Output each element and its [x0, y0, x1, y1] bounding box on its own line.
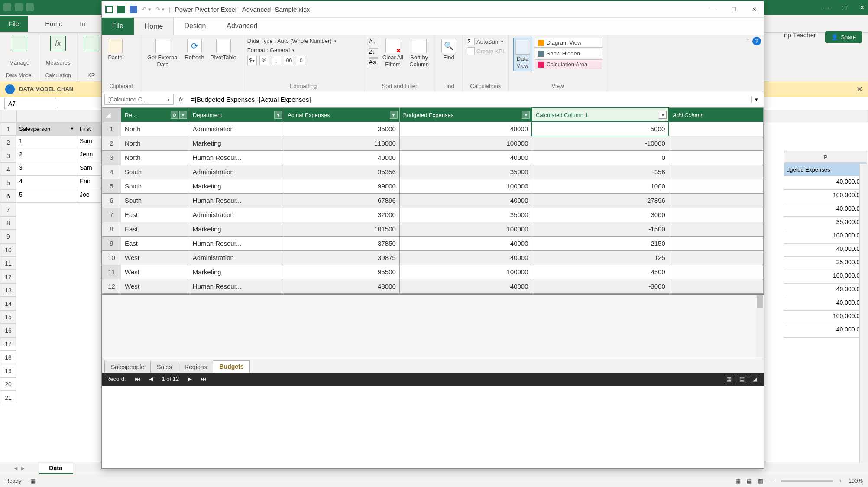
tab-salespeople[interactable]: Salespeople — [104, 361, 151, 373]
collapse-ribbon-icon[interactable]: ˆ — [747, 38, 749, 45]
info-icon: i — [5, 84, 15, 94]
calculation-area-button[interactable]: Calculation Area — [535, 59, 602, 69]
pp-tab-advanced[interactable]: Advanced — [216, 18, 268, 35]
diagram-view-button[interactable]: Diagram View — [535, 38, 602, 48]
col-budgeted[interactable]: Budgeted Expenses▾ — [399, 107, 532, 122]
clear-sort-icon[interactable]: A⌀ — [369, 58, 378, 68]
tab-regions[interactable]: Regions — [178, 361, 213, 373]
pp-ribbon-body: Paste Clipboard Get External Data ⟳Refre… — [102, 35, 764, 92]
table-row[interactable]: 9EastHuman Resour...37850400002150 — [102, 236, 764, 250]
pp-calculation-area — [102, 294, 764, 359]
diagram-small-icon[interactable]: ▤ — [738, 375, 746, 383]
sheet-tab-data[interactable]: Data — [39, 463, 73, 474]
data-view-button[interactable]: Data View — [513, 38, 532, 71]
record-next-icon[interactable]: ▶ — [188, 376, 192, 382]
message-close[interactable]: ✕ — [856, 84, 863, 94]
table-row[interactable]: 6SouthHuman Resour...6789640000-27896 — [102, 193, 764, 208]
paste-button[interactable]: Paste — [106, 38, 124, 62]
table-row[interactable]: 2NorthMarketing110000100000-10000 — [102, 136, 764, 150]
view-page-icon[interactable]: ▤ — [747, 477, 752, 484]
pp-titlebar: ↶ ▾ ↷ ▾ | Power Pivot for Excel - Advanc… — [102, 1, 764, 18]
table-row[interactable]: 7EastAdministration32000350003000 — [102, 208, 764, 222]
pp-calc-vscroll[interactable] — [756, 295, 764, 359]
fx-icon[interactable]: fx — [176, 96, 186, 103]
record-prev-icon[interactable]: ◀ — [149, 376, 153, 382]
name-box[interactable] — [4, 98, 56, 109]
help-icon[interactable]: ? — [752, 37, 761, 45]
create-kpi-button[interactable]: Create KPI — [467, 47, 504, 55]
percent-button[interactable]: % — [259, 56, 269, 65]
view-normal-icon[interactable]: ▦ — [735, 477, 741, 484]
table-row[interactable]: 3NorthHuman Resour...40000400000 — [102, 150, 764, 165]
col-add[interactable]: Add Column — [669, 107, 763, 122]
col-header-p[interactable]: P — [784, 151, 867, 163]
format-dropdown[interactable]: Format : General ▾ — [247, 47, 295, 53]
pp-tab-file[interactable]: File — [102, 18, 134, 35]
pp-maximize-icon[interactable]: ☐ — [731, 6, 736, 13]
paste-replace-icon[interactable] — [127, 58, 136, 68]
minimize-icon[interactable]: — — [823, 4, 829, 11]
clear-filters-button[interactable]: ✖ Clear All Filters — [381, 38, 405, 68]
save-icon[interactable] — [130, 6, 137, 13]
kpi-icon[interactable] — [84, 36, 99, 51]
comma-button[interactable]: , — [272, 56, 281, 65]
sort-desc-icon[interactable]: Z↓ — [369, 48, 378, 58]
col-region[interactable]: Re...⚙▾ — [121, 107, 189, 122]
redo-icon[interactable]: ↷ ▾ — [155, 6, 165, 13]
table-row[interactable]: 11WestMarketing955001000004500 — [102, 265, 764, 279]
paste-append-icon[interactable] — [127, 48, 136, 58]
pp-ribbon-tabs: File Home Design Advanced ˆ ? — [102, 18, 764, 35]
measures-icon[interactable]: fx — [50, 36, 66, 51]
pp-formula-input[interactable] — [188, 94, 749, 105]
formula-expand-icon[interactable]: ▾ — [751, 96, 761, 103]
currency-button[interactable]: $▾ — [247, 56, 257, 65]
col-department[interactable]: Department▾ — [189, 107, 284, 122]
maximize-icon[interactable]: ▢ — [842, 4, 847, 11]
pp-minimize-icon[interactable]: — — [710, 6, 716, 13]
save-icon[interactable] — [3, 3, 11, 11]
share-button[interactable]: 👤Share — [825, 31, 862, 43]
increase-decimal-button[interactable]: .00 — [284, 56, 293, 65]
table-row[interactable]: 1NorthAdministration35000400005000 — [102, 122, 764, 136]
refresh-button[interactable]: ⟳Refresh — [183, 38, 206, 62]
tab-budgets[interactable]: Budgets — [213, 360, 250, 373]
close-icon[interactable]: ✕ — [860, 4, 865, 11]
select-all-corner[interactable]: ◢ — [102, 107, 121, 122]
grid-icon[interactable]: ▦ — [725, 375, 733, 383]
get-external-data-button[interactable]: Get External Data — [146, 38, 180, 68]
resize-grip-icon[interactable]: ◢ — [751, 375, 759, 383]
excel-vscrollbar[interactable] — [859, 164, 868, 463]
tab-home[interactable]: Home — [45, 20, 62, 27]
tab-file[interactable]: File — [0, 16, 28, 32]
tab-sales[interactable]: Sales — [150, 361, 178, 373]
tab-insert[interactable]: In — [80, 20, 85, 27]
redo-icon[interactable] — [26, 3, 34, 11]
table-row[interactable]: 5SouthMarketing990001000001000 — [102, 179, 764, 193]
col-actual[interactable]: Actual Expenses▾ — [284, 107, 400, 122]
show-hidden-button[interactable]: Show Hidden — [535, 49, 602, 58]
pp-name-box[interactable]: [Calculated C...▾ — [104, 94, 174, 105]
pp-close-icon[interactable]: ✕ — [752, 6, 757, 13]
pivottable-button[interactable]: PivotTable — [209, 38, 238, 62]
find-button[interactable]: 🔍 Find — [440, 38, 458, 62]
manage-icon[interactable] — [12, 36, 27, 51]
sort-asc-icon[interactable]: A↓ — [369, 38, 378, 47]
sort-by-column-button[interactable]: Sort by Column — [408, 38, 431, 68]
table-row[interactable]: 8EastMarketing101500100000-1500 — [102, 222, 764, 236]
view-break-icon[interactable]: ▥ — [758, 477, 763, 484]
datatype-dropdown[interactable]: Data Type : Auto (Whole Number) ▾ — [247, 38, 337, 44]
table-row[interactable]: 4SouthAdministration3535635000-356 — [102, 165, 764, 179]
record-last-icon[interactable]: ⏭ — [201, 376, 206, 382]
pp-tab-design[interactable]: Design — [174, 18, 216, 35]
copy-icon[interactable] — [127, 38, 136, 47]
pp-tab-home[interactable]: Home — [134, 18, 174, 35]
col-calculated[interactable]: Calculated Column 1▾ — [532, 107, 669, 122]
record-first-icon[interactable]: ⏮ — [135, 376, 140, 382]
decrease-decimal-button[interactable]: .0 — [296, 56, 305, 65]
table-row[interactable]: 10WestAdministration3987540000125 — [102, 250, 764, 265]
row-headers: 123456 789101112 131415161718 192021 — [0, 110, 16, 346]
undo-icon[interactable]: ↶ ▾ — [142, 6, 151, 13]
undo-icon[interactable] — [15, 3, 23, 11]
table-row[interactable]: 12WestHuman Resour...4300040000-3000 — [102, 279, 764, 293]
autosum-button[interactable]: Σ AutoSum ▾ — [467, 38, 504, 45]
